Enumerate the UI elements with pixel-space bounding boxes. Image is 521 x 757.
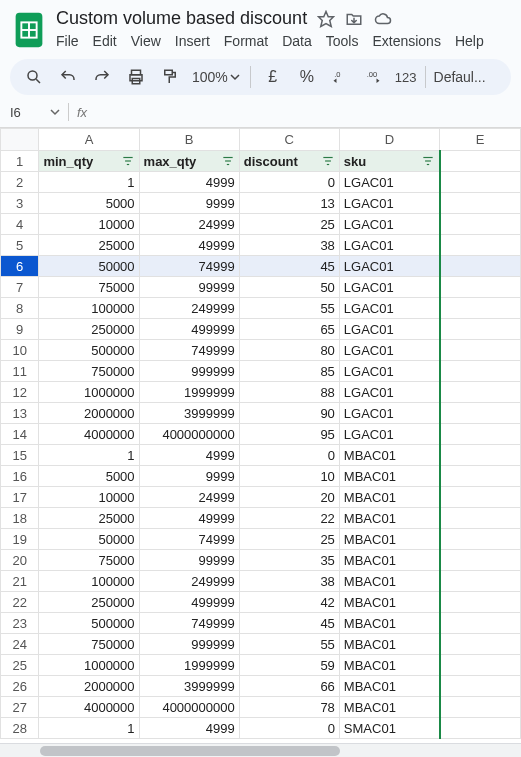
- cell[interactable]: 10000: [39, 487, 139, 508]
- cell[interactable]: [440, 529, 521, 550]
- cell[interactable]: 1: [39, 718, 139, 739]
- cell[interactable]: MBAC01: [339, 529, 439, 550]
- cell[interactable]: 249999: [139, 571, 239, 592]
- cell[interactable]: 25: [239, 214, 339, 235]
- row-header[interactable]: 28: [1, 718, 39, 739]
- cell[interactable]: 1999999: [139, 382, 239, 403]
- cell[interactable]: 74999: [139, 256, 239, 277]
- row-header[interactable]: 19: [1, 529, 39, 550]
- row-header[interactable]: 3: [1, 193, 39, 214]
- cell[interactable]: 1000000: [39, 382, 139, 403]
- cell[interactable]: 250000: [39, 592, 139, 613]
- cell[interactable]: LGAC01: [339, 340, 439, 361]
- font-picker[interactable]: Defaul...: [434, 69, 486, 85]
- row-header[interactable]: 12: [1, 382, 39, 403]
- cell[interactable]: 750000: [39, 634, 139, 655]
- cell[interactable]: 10000: [39, 214, 139, 235]
- row-header[interactable]: 4: [1, 214, 39, 235]
- cell[interactable]: [440, 466, 521, 487]
- column-header-B[interactable]: B: [139, 129, 239, 151]
- menu-view[interactable]: View: [131, 33, 161, 49]
- row-header[interactable]: 9: [1, 319, 39, 340]
- row-header[interactable]: 7: [1, 277, 39, 298]
- cell[interactable]: LGAC01: [339, 424, 439, 445]
- menu-file[interactable]: File: [56, 33, 79, 49]
- cell[interactable]: 3999999: [139, 676, 239, 697]
- row-header[interactable]: 15: [1, 445, 39, 466]
- row-header[interactable]: 24: [1, 634, 39, 655]
- menu-help[interactable]: Help: [455, 33, 484, 49]
- cell[interactable]: 55: [239, 634, 339, 655]
- cell[interactable]: 88: [239, 382, 339, 403]
- cell[interactable]: LGAC01: [339, 256, 439, 277]
- filter-icon[interactable]: [121, 154, 135, 171]
- row-header[interactable]: 13: [1, 403, 39, 424]
- cell[interactable]: 75000: [39, 277, 139, 298]
- cell[interactable]: 49999: [139, 508, 239, 529]
- cell[interactable]: MBAC01: [339, 697, 439, 718]
- cell[interactable]: 13: [239, 193, 339, 214]
- select-all-corner[interactable]: [1, 129, 39, 151]
- row-header[interactable]: 1: [1, 151, 39, 172]
- cell[interactable]: [440, 403, 521, 424]
- cell[interactable]: 59: [239, 655, 339, 676]
- cell[interactable]: 50: [239, 277, 339, 298]
- cell[interactable]: 78: [239, 697, 339, 718]
- cell[interactable]: 4000000: [39, 697, 139, 718]
- row-header[interactable]: 21: [1, 571, 39, 592]
- cell[interactable]: MBAC01: [339, 571, 439, 592]
- filter-icon[interactable]: [321, 154, 335, 171]
- cell[interactable]: 9999: [139, 466, 239, 487]
- filter-icon[interactable]: [421, 154, 435, 171]
- cell[interactable]: 750000: [39, 361, 139, 382]
- cell[interactable]: [440, 277, 521, 298]
- cell[interactable]: LGAC01: [339, 235, 439, 256]
- cell[interactable]: 45: [239, 256, 339, 277]
- menu-tools[interactable]: Tools: [326, 33, 359, 49]
- cell[interactable]: 1: [39, 172, 139, 193]
- cell[interactable]: 35: [239, 550, 339, 571]
- cell[interactable]: 250000: [39, 319, 139, 340]
- star-icon[interactable]: [317, 10, 335, 28]
- paint-format-icon[interactable]: [156, 63, 184, 91]
- cell[interactable]: 4999: [139, 718, 239, 739]
- cell[interactable]: 90: [239, 403, 339, 424]
- cell[interactable]: 80: [239, 340, 339, 361]
- cell[interactable]: [440, 445, 521, 466]
- cell[interactable]: 4000000: [39, 424, 139, 445]
- row-header[interactable]: 6: [1, 256, 39, 277]
- cell[interactable]: [440, 151, 521, 172]
- cell[interactable]: 499999: [139, 319, 239, 340]
- cell[interactable]: 3999999: [139, 403, 239, 424]
- cell[interactable]: LGAC01: [339, 298, 439, 319]
- cell[interactable]: 100000: [39, 571, 139, 592]
- cell[interactable]: 100000: [39, 298, 139, 319]
- header-cell[interactable]: sku: [339, 151, 439, 172]
- number-format-button[interactable]: 123: [395, 63, 417, 91]
- cell[interactable]: [440, 340, 521, 361]
- cell[interactable]: [440, 634, 521, 655]
- cell[interactable]: [440, 256, 521, 277]
- move-folder-icon[interactable]: [345, 10, 363, 28]
- row-header[interactable]: 2: [1, 172, 39, 193]
- cell[interactable]: LGAC01: [339, 319, 439, 340]
- cloud-status-icon[interactable]: [373, 10, 393, 28]
- cell[interactable]: LGAC01: [339, 214, 439, 235]
- cell[interactable]: [440, 235, 521, 256]
- cell[interactable]: 4999: [139, 445, 239, 466]
- cell[interactable]: 999999: [139, 361, 239, 382]
- cell[interactable]: 4000000000: [139, 697, 239, 718]
- print-icon[interactable]: [122, 63, 150, 91]
- cell[interactable]: [440, 718, 521, 739]
- menu-insert[interactable]: Insert: [175, 33, 210, 49]
- column-header-A[interactable]: A: [39, 129, 139, 151]
- cell[interactable]: LGAC01: [339, 382, 439, 403]
- cell[interactable]: [440, 697, 521, 718]
- cell[interactable]: [440, 298, 521, 319]
- header-cell[interactable]: max_qty: [139, 151, 239, 172]
- cell[interactable]: [440, 487, 521, 508]
- cell[interactable]: 25000: [39, 508, 139, 529]
- cell[interactable]: [440, 655, 521, 676]
- cell[interactable]: 4000000000: [139, 424, 239, 445]
- cell[interactable]: MBAC01: [339, 445, 439, 466]
